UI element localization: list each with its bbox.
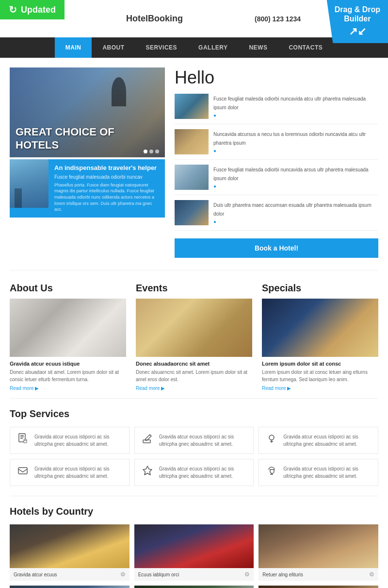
news-item-2: Nuncavida atcursus a necu tus a loremnuu… [175,129,378,160]
col-title-specials: Specials [262,283,378,294]
main-nav: MAIN ABOUT SERVICES GALLERY NEWS CONTACT… [0,37,388,58]
svg-rect-8 [18,468,27,474]
col-subtext-events: Donec alsuadaorcnc sit amet [136,361,252,367]
hello-title: Hello [175,67,378,88]
col-desc-events: Donec alsuarncnc sit amet. Lorem ipsum d… [136,369,252,383]
service-card-4: Gravida atcur ecuus istiporci ac sis ult… [10,459,129,486]
service-card-2: Gravida atcur ecuus istiporci ac sis ult… [134,427,254,454]
hello-right: Hello Fusce feugliat malesda odiorbi nun… [175,67,378,258]
hotel-footer-1: Gravida atcur ecuus ⚙ [10,568,129,581]
promo-bar-content: An indispensable traveler's helper Fusce… [48,159,165,218]
hotel-img-4 [10,586,129,588]
hotel-img-3 [259,524,378,568]
nav-services[interactable]: SERVICES [135,37,188,58]
service-card-6: Gravida atcur ecuus istiporci ac sis ult… [259,459,378,486]
col-img-events [136,299,252,357]
read-more-about[interactable]: Read more ▶ [10,386,126,391]
col-subtext-about: Gravida atcur ecuus istique [10,361,126,367]
dnd-label: Drag & DropBuilder [335,5,380,23]
news-text-3: Fusce feugliat malesda odiorbi nuncavida… [213,165,378,190]
col-desc-specials: Lorem ipsum dolor sit at consc letuer ai… [262,369,378,383]
news-link-3[interactable]: ● [213,184,378,189]
read-more-events[interactable]: Read more ▶ [136,386,252,391]
hero-dot-1[interactable] [144,150,147,153]
service-text-4: Gravida atcur ecuus istiporci ac sis ult… [34,465,123,480]
news-thumb-4 [175,200,209,225]
service-icon-4 [16,465,30,479]
hotel-arrow-1[interactable]: ⚙ [120,571,126,578]
site-title: HotelBooking [126,14,183,24]
hotel-img-1 [10,524,129,568]
hotel-img-5 [134,586,254,588]
service-text-6: Gravida atcur ecuus istiporci ac sis ult… [283,465,372,480]
nav-contacts[interactable]: CONTACTS [278,37,333,58]
hotel-name-1: Gravida atcur ecuus [14,572,57,577]
service-card-5: Gravida atcur ecuus istiporci ac sis ult… [134,459,254,486]
book-hotel-button[interactable]: Book a Hotel! [175,238,378,258]
hotel-card-4: ⚙ [10,586,129,588]
hotels-grid: Gravida atcur ecuus ⚙ Ecuus iablqum orci… [10,524,378,588]
nav-gallery[interactable]: GALLERY [188,37,238,58]
service-text-1: Gravida atcur ecuus istiporci ac sis ult… [34,433,123,448]
news-thumb-3 [175,165,209,190]
col-title-events: Events [136,283,252,294]
col-subtext-specials: Lorem ipsum dolor sit at consc [262,361,378,367]
phone-number: (800) 123 1234 [255,15,301,23]
service-icon-2 [141,433,154,447]
hero-text: GREAT CHOICE OF HOTELS [10,120,165,157]
promo-bar: An indispensable traveler's helper Fusce… [10,159,165,218]
hero-dot-3[interactable] [155,150,159,153]
service-icon-3 [265,433,278,447]
column-about: About Us Gravida atcur ecuus istique Don… [10,283,126,391]
news-link-1[interactable]: ● [213,113,378,118]
news-thumb-1 [175,94,209,119]
news-item-4: Duis ultr pharetra maec accumsan esuada … [175,200,378,231]
svg-rect-4 [24,439,27,443]
news-text-2: Nuncavida atcursus a necu tus a loremnuu… [213,129,378,154]
three-columns: About Us Gravida atcur ecuus istique Don… [0,273,388,396]
svg-rect-3 [20,438,23,439]
services-grid: Gravida atcur ecuus istiporci ac sis ult… [10,427,378,486]
updated-badge: ↻ Updated [0,0,65,19]
service-card-3: Gravida atcur ecuus istiporci ac sis ult… [259,427,378,454]
services-section: Top Services Gravida atcur ecuus istipor… [0,401,388,493]
svg-rect-1 [20,435,24,436]
hotel-card-1: Gravida atcur ecuus ⚙ [10,524,129,581]
hotel-arrow-3[interactable]: ⚙ [369,571,374,578]
hotel-card-6: ⚙ [259,586,378,588]
promo-subtitle: Fusce feugliat malesuada odiorbi nuncav [54,174,159,180]
hotels-title: Hotels by Country [10,506,378,517]
news-link-2[interactable]: ● [213,148,378,153]
hotel-img-2 [134,524,254,568]
news-text-1: Fusce feugliat malesda odiorbi nuncavida… [213,94,378,119]
hotel-arrow-2[interactable]: ⚙ [244,571,250,578]
svg-rect-5 [24,440,26,441]
nav-news[interactable]: NEWS [238,37,278,58]
service-icon-1 [16,433,30,447]
news-link-4[interactable]: ● [213,219,378,224]
dnd-badge: Drag & DropBuilder ↗↙ [327,0,388,43]
nav-main[interactable]: MAIN [55,37,92,58]
column-specials: Specials Lorem ipsum dolor sit at consc … [262,283,378,391]
service-text-5: Gravida atcur ecuus istiporci ac sis ult… [159,465,248,480]
service-text-3: Gravida atcur ecuus istiporci ac sis ult… [283,433,372,448]
service-card-1: Gravida atcur ecuus istiporci ac sis ult… [10,427,129,454]
news-thumb-2 [175,129,209,154]
svg-point-7 [269,435,274,440]
refresh-icon: ↻ [9,4,17,16]
divider-3 [10,496,378,496]
hotel-img-6 [259,586,378,588]
services-title: Top Services [10,408,378,420]
news-item-1: Fusce feugliat malesda odiorbi nuncavida… [175,94,378,124]
divider-2 [10,398,378,399]
service-text-2: Gravida atcur ecuus istiporci ac sis ult… [159,433,248,448]
service-icon-5 [141,465,154,479]
hero-image: GREAT CHOICE OF HOTELS [10,67,165,157]
nav-about[interactable]: ABOUT [92,37,135,58]
read-more-specials[interactable]: Read more ▶ [262,386,378,391]
svg-rect-2 [20,437,24,437]
hero-dot-2[interactable] [149,150,153,153]
main-content: GREAT CHOICE OF HOTELS An indispensable … [0,58,388,268]
hotel-footer-2: Ecuus iablqum orci ⚙ [134,568,254,581]
hotel-card-5: ⚙ [134,586,254,588]
